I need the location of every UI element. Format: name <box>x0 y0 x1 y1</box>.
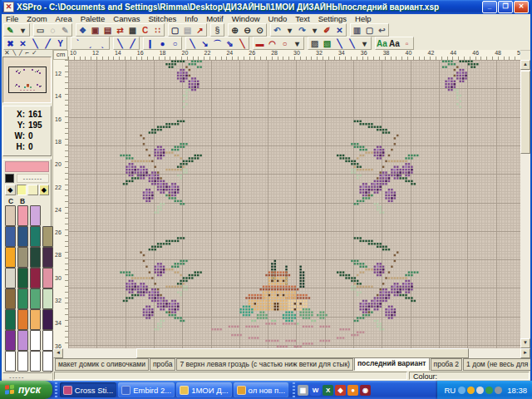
import-motif-tool[interactable]: ▣ <box>89 25 101 36</box>
color-swatch[interactable] <box>17 330 28 351</box>
undo-dropdown[interactable]: ▾ <box>283 25 296 36</box>
undo-button[interactable]: ↶ <box>271 25 283 36</box>
select-edit-tool[interactable]: ✎ <box>59 25 71 36</box>
tab-4[interactable]: последний вариант <box>354 358 430 371</box>
zoom-actual-button[interactable]: ⊙ <box>254 25 266 36</box>
backstitch-red-tool[interactable]: ╲ <box>236 38 249 49</box>
selection-marquee-tool[interactable]: ▫ <box>401 38 413 49</box>
tab-5[interactable]: проба 2 <box>431 358 463 371</box>
language-indicator[interactable]: RU <box>444 386 456 395</box>
quarter-stitch-tool-3[interactable]: ˎ <box>96 38 109 49</box>
pattern-repeat-tool[interactable]: ∷ <box>151 25 164 36</box>
french-knot-tool[interactable]: ○ <box>169 38 181 49</box>
stitch-style-yellow-pressed[interactable] <box>17 185 27 195</box>
mini-tool-3[interactable]: ╱ <box>19 50 23 56</box>
start-button[interactable]: пуск <box>0 381 52 399</box>
color-swatch[interactable] <box>42 351 53 372</box>
rect-select-tool[interactable]: ▭ <box>34 25 47 36</box>
bead-tool[interactable]: ● <box>156 38 169 49</box>
stitch-style-yellow-diamond[interactable]: ◆ <box>39 185 50 195</box>
color-swatch[interactable] <box>42 288 53 309</box>
title-bar[interactable]: ✕ XSPro - C:\Documents and Settings\Rimm… <box>2 0 530 14</box>
color-swatch[interactable] <box>30 205 41 226</box>
task-button-2[interactable]: Embird 2... <box>118 382 175 397</box>
color-swatch[interactable] <box>17 205 28 226</box>
menu-undo[interactable]: Undo <box>264 14 292 23</box>
tray-icon-5[interactable] <box>495 387 502 394</box>
tab-2[interactable]: проба <box>150 358 175 371</box>
black-color-swatch[interactable] <box>5 174 14 183</box>
pencil-tool[interactable]: ✎ <box>4 25 17 36</box>
rotate-tool[interactable]: C <box>139 25 151 36</box>
color-swatch[interactable] <box>42 247 53 268</box>
zoom-out-button[interactable]: ⊖ <box>241 25 254 36</box>
draw-pen-button[interactable]: ✐ <box>321 25 333 36</box>
menu-palette[interactable]: Palette <box>76 14 110 23</box>
pencil-mode-dropdown[interactable]: ▾ <box>17 25 29 36</box>
color-swatch[interactable] <box>30 309 41 330</box>
tray-icon-4[interactable] <box>485 387 493 394</box>
color-swatch[interactable] <box>5 205 16 226</box>
mini-tool-4[interactable]: ⌐ <box>25 50 29 56</box>
image-tool-2[interactable]: ▧ <box>321 38 333 49</box>
petit-stitch-tool-1[interactable]: ╲ <box>114 38 126 49</box>
scroll-up-button[interactable]: ▲ <box>520 60 530 70</box>
launch-icon-calculator[interactable]: ▦ <box>298 385 308 396</box>
petit-stitch-tool-2[interactable]: ╱ <box>126 38 139 49</box>
tab-1[interactable]: макет домик с оливочками <box>55 358 149 371</box>
color-swatch[interactable] <box>30 288 41 309</box>
backstitch-tool-2[interactable]: ↘ <box>199 38 211 49</box>
maximize-button[interactable]: ❐ <box>498 1 513 13</box>
curve-line-tool[interactable]: ◠ <box>266 38 278 49</box>
color-swatch[interactable] <box>42 268 53 288</box>
color-swatch[interactable] <box>42 330 53 351</box>
menu-stitches[interactable]: Stitches <box>144 14 180 23</box>
line-style-dropdown[interactable]: ▾ <box>358 38 371 49</box>
copy-page-button[interactable]: ▥ <box>351 25 363 36</box>
color-swatch[interactable] <box>30 330 41 351</box>
current-color-swatch[interactable] <box>5 161 49 172</box>
color-swatch[interactable] <box>5 351 16 372</box>
horizontal-scroll-thumb[interactable] <box>136 348 469 358</box>
mini-tool-5[interactable]: ✓ <box>32 50 37 56</box>
task-button-4[interactable]: ол нов п... <box>234 382 289 397</box>
color-swatch[interactable] <box>5 226 16 247</box>
quarter-stitch-tool-1[interactable]: ˋ <box>71 38 84 49</box>
menu-info[interactable]: Info <box>180 14 202 23</box>
backstitch-curve-tool[interactable]: ⌒ <box>211 38 224 49</box>
vertical-scroll-thumb[interactable] <box>520 71 530 154</box>
mirror-vertical-tool[interactable]: ▦ <box>126 25 139 36</box>
scroll-left-button[interactable]: ◄ <box>53 348 63 358</box>
color-swatch[interactable] <box>5 309 16 330</box>
close-button[interactable]: ✕ <box>514 1 529 13</box>
color-swatch[interactable] <box>42 226 53 247</box>
redo-dropdown[interactable]: ▾ <box>308 25 321 36</box>
color-swatch[interactable] <box>5 268 16 288</box>
quarter-stitch-tool-2[interactable]: ˏ <box>84 38 96 49</box>
full-cross-stitch-tool[interactable]: ✖ <box>4 38 17 49</box>
pointer-button[interactable]: ↗ <box>194 25 206 36</box>
menu-text[interactable]: Text <box>291 14 313 23</box>
color-swatch[interactable] <box>5 247 16 268</box>
task-button-3[interactable]: 1МОИ Д... <box>176 382 231 397</box>
line-style-tool-2[interactable]: ╲ <box>346 38 358 49</box>
image-tool-1[interactable]: ▨ <box>308 38 321 49</box>
launch-icon-word[interactable]: W <box>310 385 321 396</box>
line-style-tool-1[interactable]: ╲ <box>333 38 346 49</box>
stitch-style-black-diamond[interactable]: ◆ <box>5 185 16 195</box>
tray-icon-2[interactable] <box>467 387 475 394</box>
zoom-in-button[interactable]: ⊕ <box>229 25 241 36</box>
menu-area[interactable]: Area <box>52 14 76 23</box>
color-swatch[interactable] <box>17 268 28 288</box>
half-stitch-tool-2[interactable]: ╱ <box>42 38 54 49</box>
tab-6[interactable]: 1 дом (не весь для стыковки) <box>463 358 530 371</box>
mini-tool-2[interactable]: ╲ <box>12 50 17 56</box>
vertical-scrollbar[interactable]: ▲ ▼ <box>520 60 530 348</box>
launch-icon-maroon[interactable]: ◉ <box>360 385 371 396</box>
redo-button[interactable]: ↷ <box>296 25 308 36</box>
color-swatch[interactable] <box>17 309 28 330</box>
ellipse-dropdown[interactable]: ▾ <box>291 38 303 49</box>
color-swatch[interactable] <box>5 288 16 309</box>
motif-copy-tool[interactable]: ❖ <box>76 25 89 36</box>
mirror-horizontal-tool[interactable]: ⇄ <box>114 25 126 36</box>
